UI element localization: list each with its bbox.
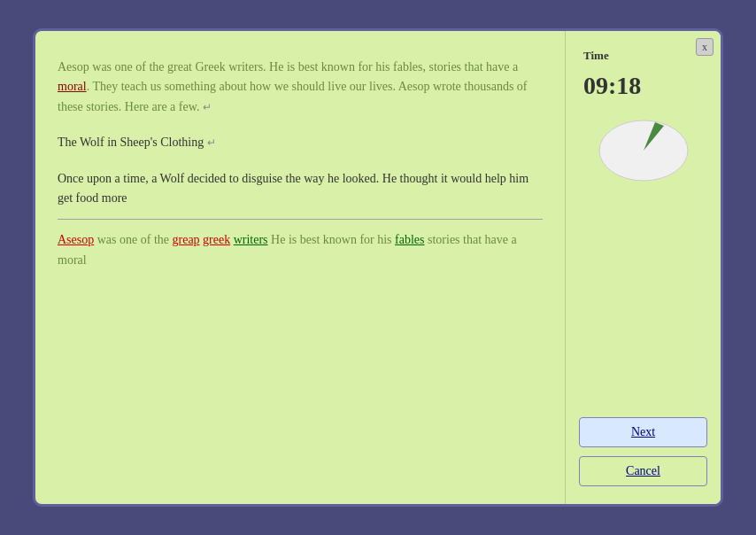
typed-text: Asesop was one of the greap greek writer… (58, 230, 543, 270)
time-label: Time (583, 49, 609, 63)
story-partial: Once upon a time, a Wolf decided to disg… (58, 169, 543, 209)
original-passage: Aesop was one of the great Greek writers… (58, 58, 543, 117)
next-button[interactable]: Next (579, 417, 707, 447)
word-writers: writers (234, 233, 268, 246)
moral-link[interactable]: moral (58, 80, 87, 93)
main-window: x Aesop was one of the great Greek write… (33, 28, 723, 507)
cancel-button[interactable]: Cancel (579, 456, 707, 486)
timer-pie (595, 113, 692, 184)
story-title: The Wolf in Sheep's Clothing ↵ (58, 133, 543, 152)
sidebar: Time 09:18 Next Cancel (566, 31, 721, 504)
typo-asesop: Asesop (58, 233, 94, 246)
time-value: 09:18 (583, 72, 641, 100)
close-button[interactable]: x (696, 38, 714, 56)
typo-greap: greap (173, 233, 200, 246)
word-fables: fables (395, 233, 424, 246)
divider (58, 219, 543, 220)
typo-greek: greek (203, 233, 230, 246)
text-area: Aesop was one of the great Greek writers… (35, 31, 566, 504)
